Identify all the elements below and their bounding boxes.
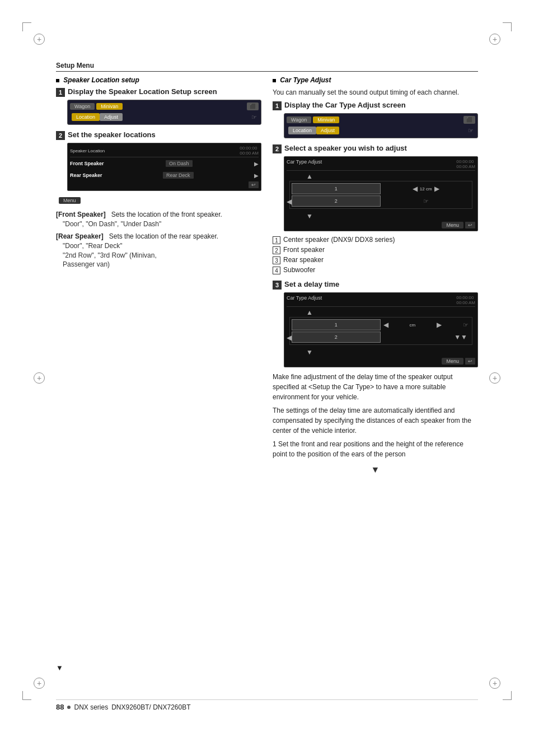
menu-btn[interactable]: Menu [59, 197, 81, 204]
step3-spk-bl[interactable]: 2 [292, 332, 381, 343]
rear-speaker-value: Rear Deck [163, 172, 194, 179]
speaker-screen-title: Speaker Location [70, 148, 105, 153]
right-step1-header: 1 Display the Car Type Adjust screen [273, 101, 478, 110]
speaker-desc-4: Subwoofer [283, 266, 315, 274]
step3-left-arrow[interactable]: ◀ [383, 321, 388, 329]
wagon-tab[interactable]: Wagon [70, 103, 95, 110]
step2-back-btn[interactable]: ↩ [465, 222, 475, 228]
bottom-nav-down[interactable]: ▼ [306, 212, 313, 220]
right-step3-header: 3 Set a delay time [273, 280, 478, 290]
car-type-time: 00:00:0000:00 AM [456, 159, 475, 169]
speaker-item-1: 1 Center speaker (DNX9/ DDX8 series) [273, 236, 478, 244]
step2-screen-footer: Menu ↩ [287, 222, 475, 228]
front-speaker-values: "Door", "On Dash", "Under Dash" [63, 220, 261, 229]
front-speaker-row: Front Speaker On Dash ▶ [70, 159, 259, 168]
minivan-tab[interactable]: Minivan [96, 103, 123, 110]
step3-down-small[interactable]: ▼▼ [454, 333, 467, 341]
car-diagram-area: ▲ 1 ◀ 12 cm ▶ [287, 172, 475, 220]
rear-speaker-arrow[interactable]: ▶ [254, 172, 259, 179]
speaker-num-3: 3 [273, 256, 280, 264]
setup-menu-header: Setup Menu [56, 62, 478, 72]
front-speaker-label: Front Speaker [70, 161, 104, 166]
left-step1-title: Display the Speaker Location Setup scree… [68, 87, 217, 96]
speaker-item-2: 2 Front speaker [273, 246, 478, 254]
speaker-item-4: 4 Subwoofer [273, 266, 478, 274]
corner-mark-br [503, 691, 512, 700]
rear-speaker-values1: "Door", "Rear Deck" [63, 241, 261, 251]
left-arrow[interactable]: ◀ [413, 185, 418, 193]
right-location-btn[interactable]: Location [288, 127, 316, 134]
speaker-desc-2: Front speaker [283, 246, 325, 254]
left-section-title: Speaker Location setup [56, 76, 261, 84]
left-step2-num: 2 [56, 131, 65, 140]
step2-hand-icon: ☞ [423, 198, 429, 205]
right-step3: 3 Set a delay time Car Type Adjust 00:00… [273, 280, 478, 459]
page-content: Setup Menu Speaker Location setup 1 Disp… [56, 62, 478, 683]
corner-mark-bl [22, 691, 31, 700]
section-marker [56, 79, 59, 82]
delay-desc-1: Make fine adjustment of the delay time o… [273, 372, 478, 402]
step3-menu-btn[interactable]: Menu [442, 358, 463, 365]
front-speaker-arrow[interactable]: ▶ [254, 161, 259, 167]
rear-speaker-label: Rear Speaker [70, 172, 102, 178]
screen-time: 00:00:0000:00 AM [240, 146, 259, 156]
delay-desc-2: The settings of the delay time are autom… [273, 405, 478, 436]
speaker-tl[interactable]: 1 [292, 183, 381, 194]
right-arrow[interactable]: ▶ [434, 185, 439, 193]
step3-spk-tl[interactable]: 1 [292, 319, 381, 330]
right-minivan-tab[interactable]: Minivan [313, 116, 339, 123]
front-speaker-desc: [Front Speaker] Sets the location of the… [56, 209, 261, 229]
reg-mark-br [489, 678, 500, 689]
rear-speaker-values2: "2nd Row", "3rd Row" (Minivan, [63, 251, 261, 260]
step3-outer-left[interactable]: ◀ [287, 334, 292, 342]
outer-left-arrow[interactable]: ◀ [287, 198, 292, 206]
right-step1-screen: Wagon Minivan ⬛ Location Adjust ☞ [284, 113, 478, 138]
delay-desc-3: 1 Set the front and rear positions and t… [273, 439, 478, 459]
speaker-grid: 1 ◀ 12 cm ▶ 2 [289, 181, 472, 209]
step3-header-label: Car Type Adjust [287, 295, 322, 305]
speaker-desc-1: Center speaker (DNX9/ DDX8 series) [283, 236, 395, 244]
left-column: Speaker Location setup 1 Display the Spe… [56, 76, 261, 477]
reg-mark-mr [489, 372, 500, 384]
step3-back-btn[interactable]: ↩ [465, 358, 475, 365]
step3-cm-label: cm [409, 323, 415, 328]
rear-speaker-desc: [Rear Speaker] Sets the location of the … [56, 231, 261, 269]
left-step2-header: 2 Set the speaker locations [56, 130, 261, 140]
right-close-btn[interactable]: ⬛ [463, 116, 475, 124]
right-wagon-tab[interactable]: Wagon [287, 116, 311, 123]
step3-diagram-area: ▲ 1 ◀ cm ▶ ☞ 2 [287, 309, 475, 356]
adjust-btn[interactable]: Adjust [100, 113, 123, 121]
speaker-item-3: 3 Rear speaker [273, 256, 478, 264]
speaker-num-1: 1 [273, 236, 280, 244]
screen-close-btn[interactable]: ⬛ [247, 102, 259, 110]
speaker-bl[interactable]: 2 [292, 195, 381, 207]
left-step2-title: Set the speaker locations [68, 130, 156, 139]
right-step3-num: 3 [273, 281, 282, 290]
step2-menu-btn[interactable]: Menu [442, 222, 463, 228]
speaker-tr-area: ◀ 12 cm ▶ [382, 183, 471, 194]
right-step3-title: Set a delay time [284, 280, 339, 288]
corner-mark-tl [22, 22, 31, 31]
top-nav-up[interactable]: ▲ [306, 172, 313, 180]
left-down-arrow: ▼ [56, 664, 63, 672]
menu-indicator: Menu [59, 195, 261, 204]
step3-top-nav[interactable]: ▲ [306, 309, 313, 316]
car-type-adjust-title: Car Type Adjust [280, 76, 331, 84]
step3-right-arrow[interactable]: ▶ [437, 321, 442, 329]
car-type-intro: You can manually set the sound output ti… [273, 87, 478, 97]
car-type-screen-header: Car Type Adjust 00:00:0000:00 AM [287, 159, 475, 171]
product-line: DNX series [74, 703, 108, 711]
right-adjust-btn[interactable]: Adjust [316, 127, 339, 134]
car-type-header-label: Car Type Adjust [287, 159, 322, 169]
step3-bottom-nav[interactable]: ▼ [306, 348, 313, 356]
speaker-num-4: 4 [273, 267, 280, 274]
screen-back-icon[interactable]: ↩ [249, 181, 259, 188]
page-footer: 88 DNX series DNX9260BT/ DNX7260BT [56, 699, 478, 711]
corner-mark-tr [503, 22, 512, 31]
reg-mark-bl [34, 678, 45, 689]
screen-button-row: Location Adjust ☞ [70, 112, 259, 122]
rear-speaker-desc-text: Sets the location of the rear speaker. [105, 232, 218, 240]
location-btn[interactable]: Location [72, 113, 100, 121]
left-step1-num: 1 [56, 88, 65, 97]
speaker-desc-3: Rear speaker [283, 256, 324, 264]
